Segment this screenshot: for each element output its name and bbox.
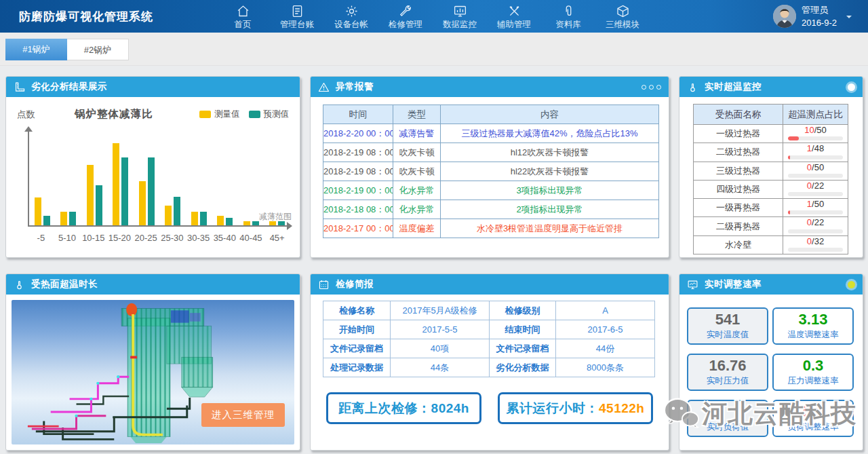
alarm-time: 2018-2-17 00：00 <box>323 219 393 238</box>
cube-icon <box>616 4 630 18</box>
tab-boiler-2[interactable]: #2锅炉 <box>67 39 129 60</box>
overtemp-bar-track <box>788 174 843 178</box>
user-menu[interactable]: 管理员 2016-9-2 <box>773 3 868 30</box>
nav-item-7[interactable]: 资料库 <box>541 2 595 31</box>
stat-box-5: 实时负荷值 <box>687 400 768 437</box>
panel-alarm-header: 异常报警 <box>311 77 669 97</box>
repair-row: 开始时间2017-5-5结束时间2017-6-5 <box>323 320 655 339</box>
enter-3d-button[interactable]: 进入三维管理 <box>201 403 285 427</box>
repair-label: 文件记录留档 <box>490 339 556 358</box>
overtemp-table-body: 一级过热器10/50二级过热器1/48三级过热器0/50四级过热器0/22一级再… <box>694 125 848 254</box>
alarm-table-body: 2018-2-20 00：00减薄告警三级过热器最大减薄值42%，危险点占比13… <box>323 124 659 238</box>
repair-row: 处理记录数据44条劣化分析数据8000条条 <box>323 358 655 377</box>
panel-title: 异常报警 <box>336 81 374 93</box>
avatar[interactable] <box>773 5 796 28</box>
alarm-content: hl22吹灰器卡顿报警 <box>441 162 659 181</box>
alarm-row: 2018-2-20 00：00减薄告警三级过热器最大减薄值42%，危险点占比13… <box>323 124 659 143</box>
warning-triangle-icon <box>318 81 330 93</box>
repair-table: 检修名称2017年5月A级检修检修级别A开始时间2017-5-5结束时间2017… <box>323 301 655 377</box>
overtemp-bar-fill <box>788 136 799 140</box>
bar-预测值 <box>121 157 128 225</box>
bar-测量值 <box>165 206 172 225</box>
bar-chart-plot <box>28 128 290 227</box>
overtemp-bar-fill <box>788 155 790 159</box>
x-tick: 20-25 <box>133 233 159 243</box>
alarm-content: 水冷壁3根管道温度明显高于临近管排 <box>441 219 659 238</box>
surface-name: 一级过热器 <box>694 125 783 143</box>
alarm-type: 减薄告警 <box>393 124 441 143</box>
panel-boiler3d-header: 受热面超温时长 <box>6 274 300 295</box>
alarm-content: hl12吹灰器卡顿报警 <box>441 143 659 162</box>
overtemp-bar-track <box>788 155 843 159</box>
repair-label: 处理记录数据 <box>323 358 391 377</box>
nav-item-4[interactable]: 检修管理 <box>378 2 433 31</box>
repair-label: 检修名称 <box>323 301 391 320</box>
overtemp-row: 二级再热器0/22 <box>694 217 848 235</box>
bar-预测值 <box>200 212 207 225</box>
panel-title: 实时调整速率 <box>705 278 762 290</box>
nav-item-label: 数据监控 <box>443 19 477 31</box>
x-tick: 45+ <box>264 233 290 243</box>
bar-group-20-25 <box>134 157 160 225</box>
bar-group-15-20 <box>108 143 134 225</box>
overtemp-row: 水冷壁0/32 <box>694 235 848 254</box>
chart-xlabel: 减薄范围 <box>259 211 292 223</box>
legend-swatch-predicted <box>249 111 260 118</box>
alarm-content: 2项指标出现异常 <box>441 200 659 219</box>
home-icon <box>236 4 250 18</box>
repair-value: A <box>556 301 655 320</box>
stat-box-1: 541实时温度值 <box>687 307 768 345</box>
nav-item-6[interactable]: 辅助管理 <box>487 2 541 31</box>
more-options-icon[interactable] <box>642 85 661 90</box>
bar-测量值 <box>113 143 119 225</box>
alarm-content: 3项指标出现异常 <box>441 181 659 200</box>
bar-测量值 <box>191 212 198 225</box>
panel-alarm: 异常报警 时间类型内容 2018-2-20 00：00减薄告警三级过热器最大减薄… <box>310 76 669 258</box>
status-indicator <box>848 281 855 288</box>
nav-item-2[interactable]: 管理台账 <box>270 2 324 31</box>
overtemp-bar-track <box>788 192 843 196</box>
boiler-3d-viewport: 进入三维管理 <box>12 300 294 444</box>
panel-repair: 检修简报 检修名称2017年5月A级检修检修级别A开始时间2017-5-5结束时… <box>310 273 669 451</box>
repair-value: 2017-6-5 <box>556 320 655 339</box>
surface-name: 四级过热器 <box>694 180 783 198</box>
overtemp-ratio-cell: 1/48 <box>783 143 848 162</box>
nav-item-label: 检修管理 <box>389 19 422 31</box>
legend-swatch-measured <box>199 111 211 118</box>
total-run-hours-value: 45122h <box>599 401 644 416</box>
repair-label: 文件记录留档 <box>323 339 391 358</box>
alarm-time: 2018-2-18 08：00 <box>323 200 393 219</box>
stat-value: 0.3 <box>803 358 824 373</box>
bar-group-10-15 <box>81 165 108 225</box>
nav-item-label: 设备台帐 <box>334 19 368 31</box>
stat-box-3: 16.76实时压力值 <box>687 354 768 391</box>
nav-item-5[interactable]: 数据监控 <box>433 2 487 31</box>
overtemp-col-header: 受热面名称 <box>694 105 783 125</box>
app-title: 防磨防爆可视化管理系统 <box>0 9 153 24</box>
stat-value: 16.76 <box>709 358 746 373</box>
chevron-down-icon[interactable] <box>846 16 852 21</box>
repair-value: 44份 <box>556 339 655 358</box>
bar-chart-bars <box>29 128 290 225</box>
x-tick: 25-30 <box>159 233 186 243</box>
tab-boiler-1[interactable]: #1锅炉 <box>5 39 67 60</box>
chart-legend: 测量值 预测值 <box>199 109 289 120</box>
bar-预测值 <box>96 185 102 225</box>
panel-title: 检修简报 <box>336 278 374 290</box>
overtemp-ratio-cell: 0/50 <box>783 162 848 180</box>
repair-row: 检修名称2017年5月A级检修检修级别A <box>323 301 655 320</box>
since-last-repair-button[interactable]: 距离上次检修：8024h <box>326 392 481 424</box>
surface-name: 二级再热器 <box>694 217 783 235</box>
overtemp-row: 一级再热器1/50 <box>694 199 848 217</box>
overtemp-ratio-cell: 1/50 <box>783 199 848 217</box>
overtemp-fraction: 0/22 <box>783 181 848 191</box>
ruler-icon <box>14 81 25 93</box>
total-run-hours-button[interactable]: 累计运行小时：45122h <box>498 392 653 424</box>
chart-ylabel: 点数 <box>17 109 35 121</box>
legend-label-measured: 测量值 <box>214 109 240 120</box>
overtemp-bar-track <box>788 136 843 140</box>
nav-item-1[interactable]: 首页 <box>216 2 270 31</box>
alarm-content: 三级过热器最大减薄值42%，危险点占比13% <box>441 124 659 143</box>
nav-item-3[interactable]: 设备台帐 <box>324 2 378 31</box>
nav-item-8[interactable]: 三维模块 <box>595 2 650 31</box>
